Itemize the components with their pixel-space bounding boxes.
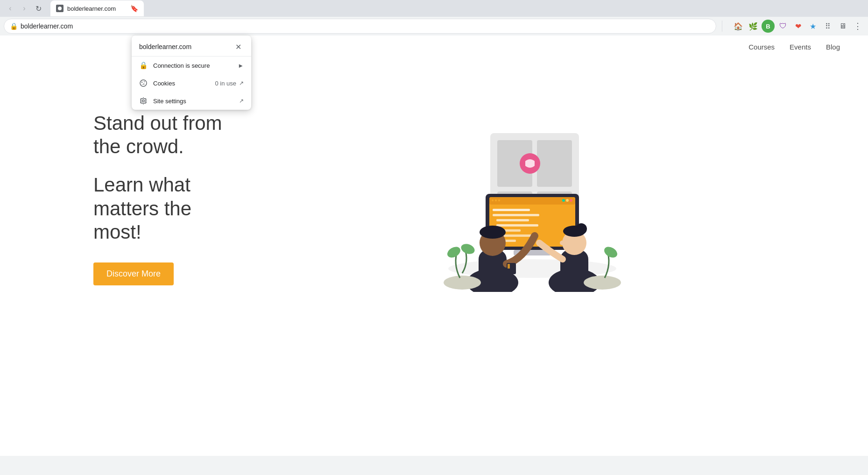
hero-svg	[416, 105, 649, 292]
svg-rect-24	[493, 209, 530, 211]
nav-events[interactable]: Events	[790, 43, 811, 51]
svg-point-1	[140, 80, 147, 86]
lock-icon: 🔒	[10, 22, 18, 30]
connection-secure-arrow: ►	[238, 62, 244, 69]
svg-point-41	[576, 223, 587, 234]
hero-headline-line2: the crowd.	[93, 135, 184, 157]
hero-illustration	[271, 105, 793, 292]
bookmark-icon: 🔖	[130, 5, 138, 12]
svg-rect-18	[492, 199, 494, 201]
ext-icon-grid[interactable]: ⠿	[821, 20, 834, 33]
hero-text: Stand out from the crowd. Learn what mat…	[93, 112, 243, 286]
nav-courses[interactable]: Courses	[748, 43, 775, 51]
svg-point-44	[445, 245, 462, 260]
back-button[interactable]: ‹	[4, 2, 17, 15]
lock-popup-icon: 🔒	[139, 61, 148, 70]
connection-secure-label: Connection is secure	[153, 62, 232, 69]
svg-rect-27	[496, 224, 538, 227]
svg-point-43	[444, 276, 481, 290]
popup-domain: bolderlearner.com	[139, 43, 191, 50]
address-bar[interactable]: 🔒 bolderlearner.com	[4, 19, 716, 34]
cookies-count: 0 in use	[215, 80, 236, 87]
ext-icon-star[interactable]: ★	[806, 20, 819, 33]
popup-header: bolderlearner.com ✕	[132, 35, 251, 57]
hero-sub-line2: matters the	[93, 198, 191, 220]
svg-point-34	[480, 226, 506, 239]
ext-icon-b[interactable]: B	[762, 20, 775, 33]
svg-rect-36	[508, 264, 510, 269]
svg-rect-20	[498, 199, 500, 201]
cookies-item[interactable]: Cookies 0 in use ↗	[132, 74, 251, 92]
ext-icon-house[interactable]: 🏠	[732, 20, 745, 33]
browser-chrome: ‹ › ↻ bolderlearner.com 🔖 🔒 bolderlearne…	[0, 0, 868, 35]
hero-subheadline: Learn what matters the most!	[93, 173, 243, 244]
connection-secure-item[interactable]: 🔒 Connection is secure ►	[132, 57, 251, 74]
site-navigation: Courses Events Blog	[0, 35, 868, 58]
settings-icon	[139, 97, 148, 105]
site-settings-label: Site settings	[153, 98, 233, 105]
cookies-label: Cookies	[153, 80, 209, 87]
ext-icon-shield[interactable]: 🛡	[776, 20, 790, 33]
extensions-area: 🏠 🌿 B 🛡 ❤ ★ ⠿ 🖥 ⋮	[732, 20, 864, 33]
svg-rect-19	[495, 199, 497, 201]
tab-title: bolderlearner.com	[67, 5, 127, 12]
menu-button[interactable]: ⋮	[851, 20, 864, 33]
site-settings-item[interactable]: Site settings ↗	[132, 92, 251, 110]
svg-rect-25	[493, 214, 539, 216]
nav-blog[interactable]: Blog	[826, 43, 840, 51]
cookies-icon	[139, 79, 148, 87]
svg-point-23	[562, 199, 565, 202]
divider	[722, 21, 722, 32]
svg-point-5	[142, 84, 143, 85]
svg-rect-8	[537, 140, 572, 187]
active-tab[interactable]: bolderlearner.com 🔖	[50, 0, 144, 16]
reload-button[interactable]: ↻	[32, 2, 45, 15]
forward-button[interactable]: ›	[18, 2, 31, 15]
site-info-popup: bolderlearner.com ✕ 🔒 Connection is secu…	[132, 35, 251, 110]
svg-rect-26	[496, 219, 529, 221]
hero-sub-line3: most!	[93, 221, 141, 243]
cookies-external-icon: ↗	[239, 80, 244, 86]
cookies-right: 0 in use ↗	[215, 80, 244, 87]
svg-point-3	[144, 81, 145, 82]
tab-bar: ‹ › ↻ bolderlearner.com 🔖	[0, 0, 868, 17]
svg-point-45	[459, 242, 476, 255]
hero-sub-line1: Learn what	[93, 174, 191, 196]
hero-headline-line1: Stand out from	[93, 112, 222, 134]
site-settings-external-icon: ↗	[239, 98, 244, 104]
url-text: bolderlearner.com	[21, 22, 710, 30]
hero-section: Stand out from the crowd. Learn what mat…	[0, 58, 868, 339]
chevron-right-icon: ►	[238, 62, 244, 69]
ext-icon-cast[interactable]: 🖥	[836, 20, 849, 33]
tab-favicon	[56, 5, 64, 12]
webpage-content: Courses Events Blog Stand out from the c…	[0, 35, 868, 456]
svg-point-42	[560, 241, 565, 245]
discover-more-button[interactable]: Discover More	[93, 262, 174, 285]
nav-buttons: ‹ › ↻	[4, 2, 45, 15]
ext-icon-pocket[interactable]: ❤	[791, 20, 804, 33]
hero-headline: Stand out from the crowd.	[93, 112, 243, 159]
svg-point-0	[58, 7, 62, 10]
svg-point-21	[570, 199, 572, 202]
address-bar-row: 🔒 bolderlearner.com 🏠 🌿 B 🛡 ❤ ★ ⠿ 🖥 ⋮	[0, 17, 868, 35]
site-settings-right: ↗	[239, 98, 244, 104]
popup-close-button[interactable]: ✕	[233, 41, 244, 52]
svg-point-4	[143, 84, 144, 85]
svg-point-46	[584, 276, 621, 290]
svg-point-2	[141, 82, 142, 83]
ext-icon-green[interactable]: 🌿	[747, 20, 760, 33]
svg-point-47	[602, 245, 619, 260]
svg-point-22	[566, 199, 569, 202]
